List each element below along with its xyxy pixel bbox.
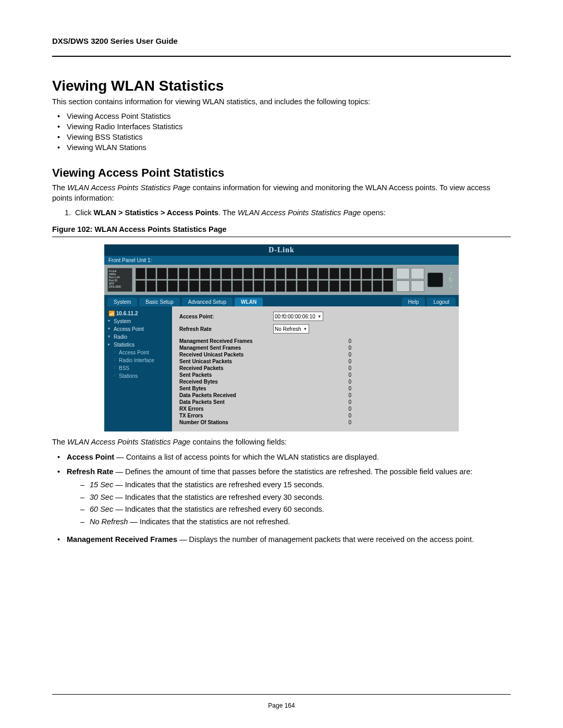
sidebar-item-system[interactable]: System (104, 317, 172, 325)
arrow-down-icon[interactable]: ↓ (449, 283, 452, 289)
sidebar-sub-access-point[interactable]: Access Point (104, 349, 172, 356)
rj45-port[interactable] (308, 268, 318, 279)
rj45-port[interactable] (340, 280, 350, 292)
rj45-port[interactable] (200, 280, 210, 292)
rj45-port[interactable] (179, 280, 189, 292)
rj45-port[interactable] (146, 268, 156, 279)
field-desc: — Contains a list of access points for w… (114, 453, 379, 461)
sfp-port[interactable] (411, 280, 424, 292)
rj45-port[interactable] (383, 268, 393, 279)
page-footer: Page 164 (0, 694, 563, 709)
sidebar-sub-stations[interactable]: Stations (104, 372, 172, 380)
sidebar-item-radio[interactable]: Radio (104, 333, 172, 341)
rj45-port[interactable] (297, 268, 307, 279)
tab-wlan[interactable]: WLAN (235, 298, 263, 306)
rj45-port[interactable] (136, 280, 145, 292)
rj45-port[interactable] (265, 280, 275, 292)
field-desc: — Defines the amount of time that passes… (113, 467, 472, 476)
rj45-port[interactable] (157, 268, 167, 279)
console-port-icon (427, 273, 443, 287)
rj45-port[interactable] (319, 268, 328, 279)
sfp-port[interactable] (396, 268, 410, 279)
option-item: 60 Sec — Indicates that the statistics a… (80, 503, 511, 516)
brand-bar: D-Link (104, 244, 459, 256)
rj45-port[interactable] (168, 268, 178, 279)
rj45-port[interactable] (254, 280, 264, 292)
rr-select[interactable]: No Refresh ▼ (273, 324, 309, 334)
rj45-port[interactable] (362, 280, 372, 292)
tab-help[interactable]: Help (402, 298, 425, 306)
rj45-port[interactable] (179, 268, 189, 279)
stack-arrows: ↑ ↻ ↓ (446, 271, 456, 289)
field-name: Access Point (67, 453, 114, 461)
arrow-up-icon[interactable]: ↑ (449, 271, 452, 276)
subsection-intro: The WLAN Access Points Statistics Page c… (52, 183, 511, 203)
rj45-port[interactable] (373, 268, 383, 279)
rj45-port[interactable] (286, 268, 296, 279)
stat-row: Sent Packets0 (179, 372, 351, 378)
device-ip: 📶 10.6.11.2 (104, 310, 172, 317)
text: contains the following fields: (190, 438, 287, 446)
rj45-port[interactable] (189, 268, 199, 279)
tab-system[interactable]: System (107, 298, 137, 306)
rj45-port[interactable] (286, 280, 296, 292)
tab-basic-setup[interactable]: Basic Setup (139, 298, 179, 306)
rj45-port[interactable] (254, 268, 264, 279)
rj45-port[interactable] (383, 280, 393, 292)
rj45-port[interactable] (136, 268, 145, 279)
rj45-port[interactable] (265, 268, 275, 279)
sidebar-sub-radio-interface[interactable]: Radio Interface (104, 356, 172, 364)
rj45-port[interactable] (362, 268, 372, 279)
rj45-port[interactable] (211, 268, 221, 279)
rj45-port[interactable] (243, 268, 253, 279)
rj45-port[interactable] (340, 268, 350, 279)
page-name: WLAN Access Points Statistics Page (238, 208, 361, 217)
tab-bar: System Basic Setup Advanced Setup WLAN H… (104, 295, 459, 306)
text: The (52, 183, 67, 192)
ethernet-ports (136, 268, 393, 292)
tab-advanced-setup[interactable]: Advanced Setup (182, 298, 232, 306)
rj45-port[interactable] (189, 280, 199, 292)
rj45-port[interactable] (329, 280, 339, 292)
sfp-port[interactable] (396, 280, 410, 292)
refresh-icon[interactable]: ↻ (448, 277, 454, 282)
rj45-port[interactable] (308, 280, 318, 292)
rj45-port[interactable] (222, 280, 231, 292)
page-number: Page 164 (268, 702, 295, 709)
rj45-port[interactable] (222, 268, 231, 279)
rj45-port[interactable] (373, 280, 383, 292)
sidebar-item-statistics[interactable]: Statistics (104, 341, 172, 349)
nav-path: WLAN > Statistics > Access Points (93, 208, 218, 217)
rj45-port[interactable] (232, 280, 242, 292)
sidebar-item-access-point[interactable]: Access Point (104, 325, 172, 333)
rj45-port[interactable] (329, 268, 339, 279)
rj45-port[interactable] (319, 280, 328, 292)
ap-select-value: 00:f0:00:00:06:10 (275, 314, 315, 319)
rj45-port[interactable] (276, 268, 286, 279)
rj45-port[interactable] (157, 280, 167, 292)
rj45-port[interactable] (200, 268, 210, 279)
rj45-port[interactable] (297, 280, 307, 292)
steps-list: Click WLAN > Statistics > Access Points.… (52, 208, 511, 217)
stat-row: TX Errors0 (179, 412, 351, 419)
rj45-port[interactable] (232, 268, 242, 279)
tab-logout[interactable]: Logout (427, 298, 456, 306)
brand-logo: D-Link (268, 246, 295, 254)
rj45-port[interactable] (146, 280, 156, 292)
rj45-port[interactable] (351, 280, 361, 292)
rj45-port[interactable] (276, 280, 286, 292)
sfp-port[interactable] (411, 268, 424, 279)
topic-item: Viewing Radio Interfaces Statistics (57, 121, 511, 132)
ap-select[interactable]: 00:f0:00:00:06:10 ▼ (273, 312, 323, 321)
chevron-down-icon: ▼ (303, 327, 308, 331)
stat-row: Managment Sent Frames0 (179, 344, 351, 351)
stat-row: Data Packets Received0 (179, 392, 351, 399)
rj45-port[interactable] (211, 280, 221, 292)
main-area: 📶 10.6.11.2 System Access Point Radio St… (104, 306, 459, 431)
rj45-port[interactable] (168, 280, 178, 292)
sidebar-sub-bss[interactable]: BSS (104, 364, 172, 372)
rj45-port[interactable] (243, 280, 253, 292)
field-desc: — Displays the number of management pack… (177, 535, 474, 544)
field-item: Access Point — Contains a list of access… (57, 450, 511, 465)
rj45-port[interactable] (351, 268, 361, 279)
